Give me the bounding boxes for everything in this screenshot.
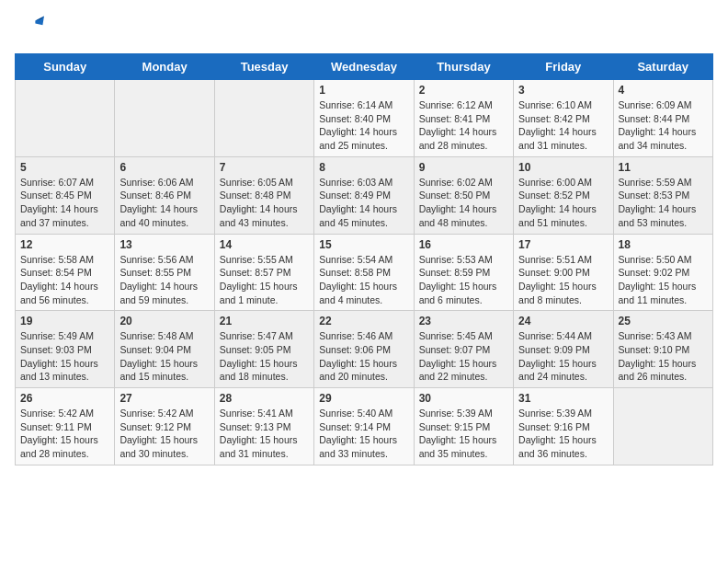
calendar-table: SundayMondayTuesdayWednesdayThursdayFrid… — [15, 53, 713, 465]
weekday-header: Tuesday — [214, 54, 313, 80]
svg-marker-1 — [35, 17, 44, 26]
day-number: 6 — [119, 161, 209, 174]
weekday-header: Wednesday — [314, 54, 414, 80]
calendar-cell: 30Sunrise: 5:39 AMSunset: 9:15 PMDayligh… — [414, 388, 513, 465]
day-info: Sunrise: 6:07 AMSunset: 8:45 PMDaylight:… — [20, 176, 109, 230]
day-info: Sunrise: 6:02 AMSunset: 8:50 PMDaylight:… — [419, 176, 508, 230]
day-number: 22 — [319, 315, 408, 327]
day-info: Sunrise: 5:59 AMSunset: 8:53 PMDaylight:… — [619, 176, 708, 230]
day-number: 10 — [518, 161, 608, 174]
calendar-cell: 3Sunrise: 6:10 AMSunset: 8:42 PMDaylight… — [514, 80, 613, 157]
day-number: 21 — [220, 315, 309, 327]
day-number: 26 — [20, 392, 109, 405]
calendar-cell — [613, 388, 712, 465]
calendar-cell: 14Sunrise: 5:55 AMSunset: 8:57 PMDayligh… — [214, 234, 313, 311]
day-number: 15 — [319, 238, 408, 251]
weekday-header: Saturday — [613, 54, 712, 80]
day-number: 9 — [419, 161, 508, 174]
weekday-header: Friday — [514, 54, 613, 80]
day-number: 24 — [518, 315, 608, 327]
day-info: Sunrise: 5:44 AMSunset: 9:09 PMDaylight:… — [518, 329, 608, 384]
day-number: 19 — [20, 315, 109, 327]
weekday-header: Thursday — [414, 54, 513, 80]
calendar-cell: 9Sunrise: 6:02 AMSunset: 8:50 PMDaylight… — [414, 156, 513, 234]
calendar-cell: 18Sunrise: 5:50 AMSunset: 9:02 PMDayligh… — [613, 234, 712, 311]
day-info: Sunrise: 5:39 AMSunset: 9:15 PMDaylight:… — [419, 407, 508, 461]
calendar-cell: 10Sunrise: 6:00 AMSunset: 8:52 PMDayligh… — [514, 156, 613, 234]
day-number: 13 — [119, 238, 209, 251]
day-info: Sunrise: 5:58 AMSunset: 8:54 PMDaylight:… — [20, 253, 109, 307]
calendar-cell: 19Sunrise: 5:49 AMSunset: 9:03 PMDayligh… — [16, 311, 115, 388]
day-number: 16 — [419, 238, 508, 251]
day-info: Sunrise: 5:39 AMSunset: 9:16 PMDaylight:… — [518, 407, 608, 461]
calendar-cell: 11Sunrise: 5:59 AMSunset: 8:53 PMDayligh… — [613, 156, 712, 234]
calendar-week-row: 26Sunrise: 5:42 AMSunset: 9:11 PMDayligh… — [16, 388, 713, 465]
calendar-cell: 21Sunrise: 5:47 AMSunset: 9:05 PMDayligh… — [214, 311, 313, 388]
day-info: Sunrise: 5:47 AMSunset: 9:05 PMDaylight:… — [220, 329, 309, 384]
day-info: Sunrise: 6:03 AMSunset: 8:49 PMDaylight:… — [319, 176, 408, 230]
calendar-cell — [115, 80, 214, 157]
day-number: 11 — [619, 161, 708, 174]
calendar-cell: 4Sunrise: 6:09 AMSunset: 8:44 PMDaylight… — [613, 80, 712, 157]
calendar-cell — [214, 80, 313, 157]
day-number: 30 — [419, 392, 508, 405]
day-info: Sunrise: 6:10 AMSunset: 8:42 PMDaylight:… — [518, 98, 608, 153]
calendar-week-row: 12Sunrise: 5:58 AMSunset: 8:54 PMDayligh… — [16, 234, 713, 311]
calendar-cell: 31Sunrise: 5:39 AMSunset: 9:16 PMDayligh… — [514, 388, 613, 465]
day-info: Sunrise: 6:14 AMSunset: 8:40 PMDaylight:… — [319, 98, 408, 153]
day-number: 23 — [419, 315, 508, 327]
weekday-header-row: SundayMondayTuesdayWednesdayThursdayFrid… — [16, 54, 713, 80]
day-number: 18 — [619, 238, 708, 251]
day-info: Sunrise: 5:51 AMSunset: 9:00 PMDaylight:… — [518, 253, 608, 307]
calendar-cell: 12Sunrise: 5:58 AMSunset: 8:54 PMDayligh… — [16, 234, 115, 311]
day-info: Sunrise: 5:42 AMSunset: 9:11 PMDaylight:… — [20, 407, 109, 461]
page-header — [15, 15, 713, 44]
day-info: Sunrise: 5:43 AMSunset: 9:10 PMDaylight:… — [619, 329, 708, 384]
logo-icon — [15, 15, 44, 44]
day-info: Sunrise: 5:45 AMSunset: 9:07 PMDaylight:… — [419, 329, 508, 384]
day-number: 14 — [220, 238, 309, 251]
day-info: Sunrise: 5:41 AMSunset: 9:13 PMDaylight:… — [220, 407, 309, 461]
day-number: 7 — [220, 161, 309, 174]
calendar-cell: 5Sunrise: 6:07 AMSunset: 8:45 PMDaylight… — [16, 156, 115, 234]
day-number: 29 — [319, 392, 408, 405]
day-info: Sunrise: 6:00 AMSunset: 8:52 PMDaylight:… — [518, 176, 608, 230]
calendar-cell: 25Sunrise: 5:43 AMSunset: 9:10 PMDayligh… — [613, 311, 712, 388]
calendar-cell: 24Sunrise: 5:44 AMSunset: 9:09 PMDayligh… — [514, 311, 613, 388]
day-info: Sunrise: 5:53 AMSunset: 8:59 PMDaylight:… — [419, 253, 508, 307]
calendar-cell: 1Sunrise: 6:14 AMSunset: 8:40 PMDaylight… — [314, 80, 414, 157]
calendar-week-row: 1Sunrise: 6:14 AMSunset: 8:40 PMDaylight… — [16, 80, 713, 157]
day-number: 1 — [319, 84, 408, 97]
calendar-cell: 29Sunrise: 5:40 AMSunset: 9:14 PMDayligh… — [314, 388, 414, 465]
day-info: Sunrise: 5:49 AMSunset: 9:03 PMDaylight:… — [20, 329, 109, 384]
calendar-cell: 28Sunrise: 5:41 AMSunset: 9:13 PMDayligh… — [214, 388, 313, 465]
calendar-cell: 2Sunrise: 6:12 AMSunset: 8:41 PMDaylight… — [414, 80, 513, 157]
calendar-cell: 15Sunrise: 5:54 AMSunset: 8:58 PMDayligh… — [314, 234, 414, 311]
day-info: Sunrise: 6:05 AMSunset: 8:48 PMDaylight:… — [220, 176, 309, 230]
calendar-week-row: 19Sunrise: 5:49 AMSunset: 9:03 PMDayligh… — [16, 311, 713, 388]
day-info: Sunrise: 6:09 AMSunset: 8:44 PMDaylight:… — [619, 98, 708, 153]
day-number: 2 — [419, 84, 508, 97]
day-number: 4 — [619, 84, 708, 97]
day-info: Sunrise: 5:54 AMSunset: 8:58 PMDaylight:… — [319, 253, 408, 307]
calendar-cell: 23Sunrise: 5:45 AMSunset: 9:07 PMDayligh… — [414, 311, 513, 388]
calendar-cell: 7Sunrise: 6:05 AMSunset: 8:48 PMDaylight… — [214, 156, 313, 234]
weekday-header: Monday — [115, 54, 214, 80]
day-info: Sunrise: 5:55 AMSunset: 8:57 PMDaylight:… — [220, 253, 309, 307]
calendar-cell: 22Sunrise: 5:46 AMSunset: 9:06 PMDayligh… — [314, 311, 414, 388]
calendar-cell: 20Sunrise: 5:48 AMSunset: 9:04 PMDayligh… — [115, 311, 214, 388]
day-info: Sunrise: 5:42 AMSunset: 9:12 PMDaylight:… — [119, 407, 209, 461]
day-number: 27 — [119, 392, 209, 405]
day-number: 20 — [119, 315, 209, 327]
day-number: 17 — [518, 238, 608, 251]
day-info: Sunrise: 6:06 AMSunset: 8:46 PMDaylight:… — [119, 176, 209, 230]
day-number: 25 — [619, 315, 708, 327]
calendar-cell: 27Sunrise: 5:42 AMSunset: 9:12 PMDayligh… — [115, 388, 214, 465]
day-info: Sunrise: 5:56 AMSunset: 8:55 PMDaylight:… — [119, 253, 209, 307]
day-number: 28 — [220, 392, 309, 405]
calendar-cell — [16, 80, 115, 157]
weekday-header: Sunday — [16, 54, 115, 80]
day-number: 3 — [518, 84, 608, 97]
logo — [15, 15, 48, 44]
calendar-cell: 6Sunrise: 6:06 AMSunset: 8:46 PMDaylight… — [115, 156, 214, 234]
